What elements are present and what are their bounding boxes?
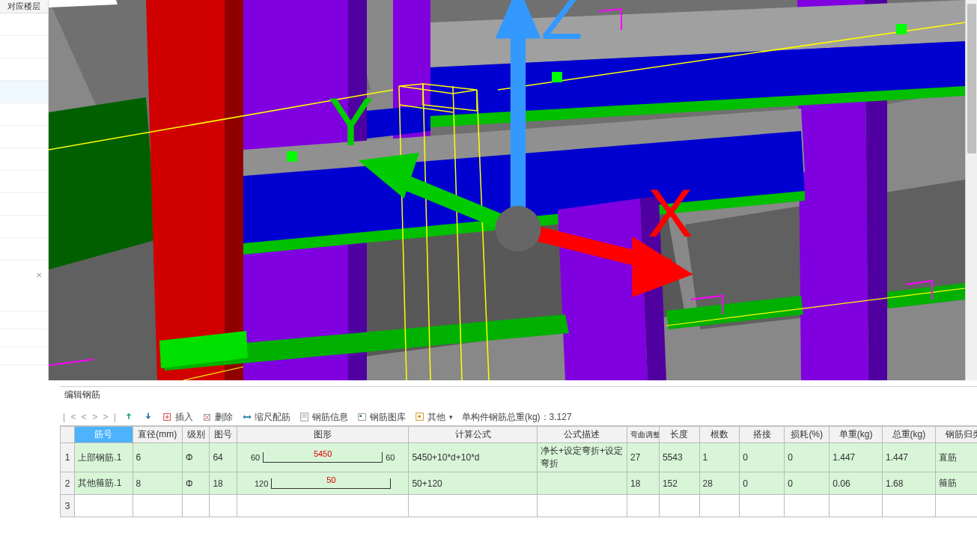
cell-shape[interactable]: 60545060: [237, 443, 408, 472]
svg-marker-21: [558, 198, 648, 380]
scale-rebar-button[interactable]: 缩尺配筋: [239, 410, 293, 424]
floor-row[interactable]: [0, 13, 48, 36]
left-panel-secondary: [0, 293, 49, 380]
cell-category[interactable]: 箍筋: [935, 472, 977, 495]
floor-row[interactable]: [0, 58, 48, 81]
cell-count[interactable]: 28: [699, 472, 740, 495]
rebar-grid[interactable]: 筋号 直径(mm) 级别 图号 图形 计算公式 公式描述 弯曲调整 长度 根数 …: [60, 425, 977, 560]
col-count[interactable]: 根数: [699, 427, 740, 443]
cell-name[interactable]: 其他箍筋.1: [75, 472, 133, 495]
panel-row[interactable]: [0, 293, 48, 311]
svg-rect-64: [359, 415, 362, 417]
cell-formula[interactable]: 50+120: [409, 472, 538, 495]
svg-rect-63: [359, 414, 366, 421]
cell-totw[interactable]: 1.447: [883, 443, 936, 472]
panel-row[interactable]: [0, 347, 48, 365]
cell-shape[interactable]: 12050: [237, 472, 408, 495]
delete-button[interactable]: 删除: [199, 410, 236, 424]
cell-bend[interactable]: 18: [627, 472, 660, 495]
floor-row[interactable]: [0, 36, 48, 58]
col-loss[interactable]: 损耗(%): [785, 427, 830, 443]
svg-marker-7: [146, 0, 225, 380]
scrollbar-thumb[interactable]: [967, 4, 976, 153]
cell-unitw[interactable]: 0.06: [830, 472, 883, 495]
cell-diameter[interactable]: 6: [133, 443, 182, 472]
svg-rect-40: [896, 24, 907, 34]
cell-diameter[interactable]: 8: [133, 472, 182, 495]
viewport-scrollbar[interactable]: [965, 0, 977, 380]
nav-buttons[interactable]: | < < > > |: [63, 412, 118, 422]
col-category[interactable]: 钢筋归类: [935, 427, 977, 443]
total-weight-label: 单构件钢筋总重(kg)：3.127: [462, 411, 572, 424]
floor-row[interactable]: [0, 238, 48, 261]
left-panel-rows: [0, 13, 48, 261]
col-fig-no[interactable]: 图号: [210, 427, 237, 443]
floor-row[interactable]: [0, 126, 48, 148]
col-rebar-no[interactable]: 筋号: [75, 427, 133, 443]
cell-desc[interactable]: 净长+设定弯折+设定弯折: [537, 443, 627, 472]
cell-totw[interactable]: 1.68: [883, 472, 936, 495]
cell-lap[interactable]: 0: [740, 472, 785, 495]
floor-row[interactable]: [0, 216, 48, 238]
row-number: 1: [61, 443, 75, 472]
col-grade[interactable]: 级别: [182, 427, 209, 443]
rebar-library-button[interactable]: 钢筋图库: [354, 410, 409, 424]
panel-row[interactable]: [0, 329, 48, 347]
floor-row-selected[interactable]: [0, 81, 48, 103]
cell-fig[interactable]: 18: [210, 472, 237, 495]
chevron-down-icon: ▾: [449, 413, 453, 421]
upload-button[interactable]: [121, 411, 137, 423]
panel-row[interactable]: [0, 311, 48, 329]
other-dropdown[interactable]: 其他▾: [412, 410, 456, 424]
cell-length[interactable]: 5543: [659, 443, 699, 472]
floor-row[interactable]: [0, 148, 48, 171]
cell-length[interactable]: 152: [659, 472, 699, 495]
row-number: 3: [61, 495, 75, 517]
rebar-toolbar: | < < > > | 插入 删除 缩尺配筋 钢筋信息 钢筋图库 其他▾ 单构件…: [60, 409, 977, 425]
cell-unitw[interactable]: 1.447: [830, 443, 883, 472]
cell-bend[interactable]: 27: [627, 443, 660, 472]
svg-rect-38: [287, 151, 297, 162]
col-diameter[interactable]: 直径(mm): [133, 427, 182, 443]
grid-header-row: 筋号 直径(mm) 级别 图号 图形 计算公式 公式描述 弯曲调整 长度 根数 …: [61, 427, 978, 443]
svg-point-66: [418, 415, 421, 418]
cell-category[interactable]: 直筋: [935, 443, 977, 472]
download-button[interactable]: [140, 411, 156, 423]
table-row[interactable]: 1上部钢筋.16Φ64605450605450+10*d+10*d净长+设定弯折…: [61, 443, 978, 472]
cell-lap[interactable]: 0: [740, 443, 785, 472]
cell-grade[interactable]: Φ: [182, 472, 209, 495]
cell-desc[interactable]: [537, 472, 627, 495]
col-formula-desc[interactable]: 公式描述: [537, 427, 627, 443]
col-bend-adj[interactable]: 弯曲调整: [627, 427, 660, 443]
svg-marker-8: [225, 0, 243, 380]
table-row-empty[interactable]: 3: [61, 495, 978, 517]
cell-grade[interactable]: Φ: [182, 443, 209, 472]
floor-row[interactable]: [0, 103, 48, 126]
insert-button[interactable]: 插入: [159, 410, 196, 424]
col-shape[interactable]: 图形: [237, 427, 408, 443]
panel-title: 编辑钢筋: [60, 386, 977, 401]
col-formula[interactable]: 计算公式: [409, 427, 538, 443]
svg-rect-39: [552, 72, 562, 82]
cell-loss[interactable]: 0: [785, 472, 830, 495]
svg-marker-6: [49, 97, 157, 270]
3d-viewport[interactable]: Z Y X: [49, 0, 965, 380]
cell-formula[interactable]: 5450+10*d+10*d: [409, 443, 538, 472]
cell-name[interactable]: 上部钢筋.1: [75, 443, 133, 472]
col-total-weight[interactable]: 总重(kg): [883, 427, 936, 443]
rebar-info-button[interactable]: 钢筋信息: [296, 410, 351, 424]
col-lap[interactable]: 搭接: [740, 427, 785, 443]
table-row[interactable]: 2其他箍筋.18Φ181205050+1201815228000.061.68箍…: [61, 472, 978, 495]
col-length[interactable]: 长度: [659, 427, 699, 443]
left-panel-header: 对应楼层: [0, 0, 48, 13]
cell-count[interactable]: 1: [699, 443, 740, 472]
floor-row[interactable]: [0, 193, 48, 216]
close-icon[interactable]: ✕: [36, 271, 45, 280]
cell-fig[interactable]: 64: [210, 443, 237, 472]
floor-row[interactable]: [0, 171, 48, 193]
col-unit-weight[interactable]: 单重(kg): [830, 427, 883, 443]
row-number: 2: [61, 472, 75, 495]
cell-loss[interactable]: 0: [785, 443, 830, 472]
col-rownum[interactable]: [61, 427, 75, 443]
